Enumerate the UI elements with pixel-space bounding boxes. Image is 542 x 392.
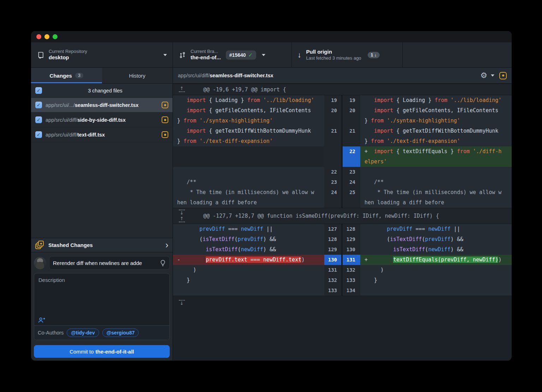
line-number-old[interactable]: 21: [324, 126, 341, 146]
stashed-changes-row[interactable]: Stashed Changes ›: [31, 238, 173, 252]
line-number-old[interactable]: 128: [324, 234, 341, 245]
diff-code-old[interactable]: ): [173, 265, 324, 275]
commit-summary-input[interactable]: [53, 260, 158, 266]
line-number-new[interactable]: 128: [343, 224, 360, 234]
diff-code-old[interactable]: import { getFileContents, IFileContents}…: [173, 105, 324, 126]
hunk-expanders: ↓: [176, 299, 187, 306]
sidebar-tabs: Changes 3 History: [31, 68, 173, 84]
expand-down-button[interactable]: ↓: [176, 299, 187, 306]
line-number-old[interactable]: [324, 146, 341, 167]
include-all-checkbox[interactable]: ✓: [35, 87, 42, 94]
expand-up-button[interactable]: ↑: [176, 217, 187, 223]
diff-row: 22+ import { textDiffEquals } from './di…: [173, 146, 512, 167]
diff-code-old[interactable]: isTextDiff(newDiff) &&: [173, 245, 324, 255]
diff-code-new[interactable]: import { Loading } from '../lib/loading': [360, 95, 512, 105]
file-checkbox[interactable]: ✓: [35, 116, 42, 123]
diff-code-new[interactable]: [360, 285, 512, 296]
line-number-old[interactable]: 19: [324, 95, 341, 105]
line-number-new[interactable]: 23: [343, 167, 360, 177]
diff-code-new[interactable]: prevDiff === newDiff ||: [360, 224, 512, 234]
line-number-new[interactable]: 20: [343, 105, 360, 126]
line-number-old[interactable]: 127: [324, 224, 341, 234]
line-number-old[interactable]: 20: [324, 105, 341, 126]
chevron-right-icon: ›: [165, 241, 168, 249]
branch-switcher-button[interactable]: Current Bra... the-end-of... #15640 ✓: [173, 42, 292, 67]
diff-code-new[interactable]: /**: [360, 177, 512, 187]
line-number-new[interactable]: 19: [343, 95, 360, 105]
pull-origin-button[interactable]: ↓ Pull origin Last fetched 3 minutes ago…: [292, 42, 403, 67]
copilot-suggestion-icon[interactable]: [160, 260, 166, 266]
commit-button-branch: the-end-of-it-all: [96, 349, 134, 355]
co-author-pill[interactable]: @sergiou87: [102, 328, 139, 337]
commit-button[interactable]: Commit to the-end-of-it-all: [34, 345, 170, 358]
file-row[interactable]: ✓app/src/ui/diff/side-by-side-diff.tsx: [31, 113, 173, 127]
line-number-old[interactable]: 22: [324, 167, 341, 177]
minimize-window-button[interactable]: [44, 34, 49, 39]
line-number-old[interactable]: 129: [324, 245, 341, 255]
expand-down-button[interactable]: ↓: [176, 209, 187, 215]
repository-switcher-button[interactable]: Current Repository desktop: [31, 42, 173, 67]
close-window-button[interactable]: [36, 34, 41, 39]
diff-code-old[interactable]: import { getTextDiffWithBottomDummyHunk}…: [173, 126, 324, 146]
expand-up-button[interactable]: ↑: [176, 86, 187, 93]
add-co-author-icon[interactable]: [38, 317, 45, 323]
file-row[interactable]: ✓app/src/ui/.../seamless-diff-switcher.t…: [31, 98, 173, 113]
diff-code-old[interactable]: [173, 285, 324, 296]
file-row[interactable]: ✓app/src/ui/diff/text-diff.tsx: [31, 127, 173, 142]
diff-code-old[interactable]: /**: [173, 177, 324, 187]
diff-code-new[interactable]: (isTextDiff(prevDiff) &&: [360, 234, 512, 245]
commit-button-prefix: Commit to: [70, 349, 94, 355]
diff-code-new[interactable]: [360, 167, 512, 177]
line-number-new[interactable]: 129: [343, 234, 360, 245]
diff-code-old[interactable]: * The time (in milliseconds) we allow wh…: [173, 187, 324, 208]
diff-row: import { getFileContents, IFileContents}…: [173, 105, 512, 126]
diff-code-new[interactable]: + textDiffEquals(prevDiff, newDiff)): [360, 255, 512, 265]
line-number-new[interactable]: 131: [343, 255, 360, 265]
line-number-new[interactable]: 25: [343, 187, 360, 208]
hunk-expanders: ↑: [176, 86, 187, 93]
co-author-pill[interactable]: @tidy-dev: [67, 328, 99, 337]
line-number-new[interactable]: 21: [343, 126, 360, 146]
line-number-old[interactable]: 24: [324, 187, 341, 208]
diff-code-old[interactable]: prevDiff === newDiff ||: [173, 224, 324, 234]
line-number-new[interactable]: 22: [343, 146, 360, 167]
file-directory: app/src/ui/diff/: [46, 132, 77, 138]
tab-history[interactable]: History: [102, 68, 173, 83]
diff-file-name: seamless-diff-switcher.tsx: [210, 73, 273, 78]
line-number-old[interactable]: 132: [324, 275, 341, 285]
diff-code-old[interactable]: [173, 167, 324, 177]
diff-code-new[interactable]: import { getTextDiffWithBottomDummyHunk}…: [360, 126, 512, 146]
line-number-old[interactable]: 133: [324, 285, 341, 296]
diff-options-gear-icon[interactable]: ⚙: [480, 72, 487, 79]
diff-code-new[interactable]: * The time (in milliseconds) we allow wh…: [360, 187, 512, 208]
line-number-new[interactable]: 132: [343, 265, 360, 275]
main-content: Changes 3 History ✓ 3 changed files ✓app…: [31, 68, 512, 361]
line-number-old[interactable]: 130: [324, 255, 341, 265]
file-checkbox[interactable]: ✓: [35, 102, 42, 108]
diff-code-new[interactable]: ): [360, 265, 512, 275]
chevron-down-icon: [262, 54, 265, 56]
line-number-new[interactable]: 24: [343, 177, 360, 187]
line-number-new[interactable]: 130: [343, 245, 360, 255]
diff-code-new[interactable]: isTextDiff(newDiff) &&: [360, 245, 512, 255]
branch-switcher-label: Current Bra...: [191, 49, 221, 54]
line-number-new[interactable]: 134: [343, 285, 360, 296]
tab-changes[interactable]: Changes 3: [31, 68, 102, 83]
pull-request-badge[interactable]: #15640 ✓: [226, 50, 256, 60]
diff-code-old[interactable]: import { Loading } from '../lib/loading': [173, 95, 324, 105]
file-checkbox[interactable]: ✓: [35, 131, 42, 138]
line-number-old[interactable]: 23: [324, 177, 341, 187]
chevron-down-icon[interactable]: [491, 74, 494, 77]
line-number-new[interactable]: 133: [343, 275, 360, 285]
diff-code-new[interactable]: import { getFileContents, IFileContents}…: [360, 105, 512, 126]
diff-code-old[interactable]: }: [173, 275, 324, 285]
commit-description-input[interactable]: [34, 273, 169, 325]
diff-code-old[interactable]: (isTextDiff(prevDiff) &&: [173, 234, 324, 245]
line-number-old[interactable]: 131: [324, 265, 341, 275]
diff-code-old[interactable]: [173, 146, 324, 167]
zoom-window-button[interactable]: [53, 34, 58, 39]
diff-code-new[interactable]: }: [360, 275, 512, 285]
tab-changes-label: Changes: [50, 73, 72, 79]
diff-code-new[interactable]: + import { textDiffEquals } from './diff…: [360, 146, 512, 167]
diff-code-old[interactable]: - prevDiff.text === newDiff.text): [173, 255, 324, 265]
